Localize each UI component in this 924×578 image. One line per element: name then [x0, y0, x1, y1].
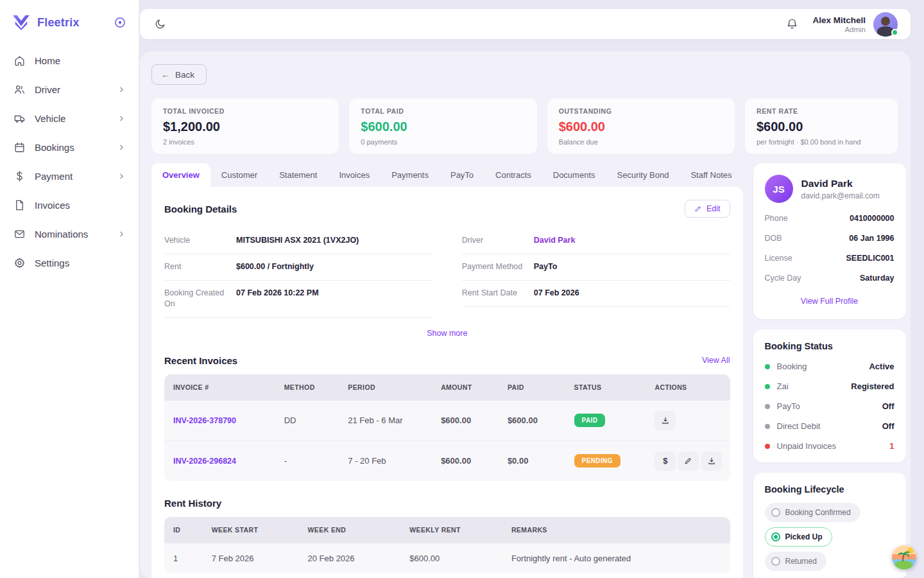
col-weekly-rent: WEEKLY RENT [402, 517, 504, 543]
bookings-icon [13, 141, 26, 153]
tab-payto[interactable]: PayTo [440, 163, 484, 187]
tab-customer[interactable]: Customer [210, 163, 268, 187]
detail-value: 07 Feb 2026 [534, 288, 579, 299]
detail-rent: Rent $600.00 / Fortnightly [164, 254, 432, 281]
booking-status-title: Booking Status [765, 341, 894, 351]
stat-label: TOTAL INVOICED [163, 107, 327, 115]
user-avatar[interactable] [873, 12, 898, 37]
stat-outstanding: OUTSTANDING $600.00 Balance due [547, 98, 735, 154]
recent-invoices-section: Recent Invoices View All INVOICE # METHO… [164, 355, 730, 481]
stage-picked-up[interactable]: Picked Up [765, 527, 832, 547]
tab-invoices[interactable]: Invoices [328, 163, 381, 187]
tab-statement[interactable]: Statement [268, 163, 328, 187]
sidebar-item-settings[interactable]: Settings [0, 249, 139, 276]
invoice-method: DD [277, 400, 341, 441]
dark-mode-toggle[interactable] [151, 15, 169, 33]
tab-staff-notes[interactable]: Staff Notes [680, 163, 742, 187]
tab-overview[interactable]: Overview [151, 163, 210, 187]
view-full-profile-link[interactable]: View Full Profile [801, 297, 858, 306]
kv-label: DOB [765, 234, 782, 243]
stat-sub: 2 invoices [163, 138, 327, 146]
sidebar-item-payment[interactable]: Payment [0, 162, 139, 189]
notifications-button[interactable] [783, 15, 801, 33]
stat-total-invoiced: TOTAL INVOICED $1,200.00 2 invoices [151, 98, 339, 154]
col-invoice: INVOICE # [164, 374, 277, 401]
user-role: Admin [812, 26, 866, 33]
content-card: ← Back TOTAL INVOICED $1,200.00 2 invoic… [140, 51, 911, 578]
edit-invoice-button[interactable] [678, 451, 699, 471]
download-invoice-button[interactable] [701, 451, 722, 471]
nominations-icon [13, 227, 26, 240]
show-more-link[interactable]: Show more [427, 329, 467, 338]
stage-returned[interactable]: Returned [765, 552, 826, 571]
tab-payments[interactable]: Payments [381, 163, 440, 187]
status-label: PayTo [777, 401, 882, 411]
status-row-unpaid-invoices: Unpaid Invoices 1 [765, 441, 894, 451]
sidebar-item-driver[interactable]: Driver [0, 76, 139, 103]
chevron-right-icon [117, 230, 126, 238]
tab-documents[interactable]: Documents [542, 163, 606, 187]
status-label: Booking [777, 362, 869, 371]
driver-link[interactable]: David Park [534, 235, 576, 246]
record-payment-button[interactable]: $ [654, 451, 676, 471]
col-method: METHOD [277, 374, 341, 401]
kv-value: Saturday [860, 274, 894, 283]
back-label: Back [175, 70, 194, 80]
invoice-number-link[interactable]: INV-2026-378790 [173, 416, 236, 425]
download-invoice-button[interactable] [654, 411, 676, 430]
gray-dot-icon [765, 404, 770, 409]
topbar: Alex Mitchell Admin [140, 9, 911, 39]
stage-label: Picked Up [785, 532, 823, 541]
stat-label: TOTAL PAID [361, 107, 525, 115]
detail-label: Booking Created On [164, 288, 236, 310]
kv-label: License [765, 254, 792, 263]
download-icon [707, 457, 716, 466]
stat-value: $1,200.00 [163, 119, 327, 134]
bell-icon [786, 18, 798, 30]
edit-booking-button[interactable]: Edit [685, 200, 730, 218]
chevron-right-icon [117, 85, 126, 94]
status-value: 1 [889, 441, 894, 451]
invoice-method: - [277, 441, 341, 481]
booking-details-title: Booking Details [164, 204, 237, 215]
status-row-direct-debit: Direct Debit Off [765, 421, 894, 431]
sidebar-item-vehicle[interactable]: Vehicle [0, 105, 139, 132]
status-value: Off [882, 401, 894, 411]
col-id: ID [164, 517, 204, 543]
radio-icon [771, 557, 780, 566]
status-badge: PAID [574, 414, 606, 427]
chevron-right-icon [117, 143, 126, 152]
driver-initials-avatar: JS [765, 175, 793, 203]
booking-lifecycle-title: Booking Lifecycle [765, 484, 894, 495]
settings-icon [13, 256, 26, 269]
kv-value: 0410000000 [850, 214, 894, 223]
sidebar-item-bookings[interactable]: Bookings [0, 134, 139, 161]
island-sticker-button[interactable] [892, 545, 916, 570]
driver-email: david.park@email.com [801, 191, 880, 200]
tab-security-bond[interactable]: Security Bond [606, 163, 680, 187]
stage-booking-confirmed[interactable]: Booking Confirmed [765, 503, 860, 522]
right-sidebar: JS David Park david.park@email.com Phone… [753, 163, 906, 578]
view-all-invoices-link[interactable]: View All [702, 356, 730, 365]
sidebar-item-home[interactable]: Home [0, 47, 139, 74]
sidebar: Fleetrix Home Driver Vehicle [0, 0, 139, 578]
table-header-row: INVOICE # METHOD PERIOD AMOUNT PAID STAT… [164, 374, 730, 401]
driver-name: David Park [801, 178, 880, 189]
kv-label: Phone [765, 214, 788, 223]
sidebar-collapse-icon[interactable] [113, 15, 127, 30]
sidebar-item-invoices[interactable]: Invoices [0, 191, 139, 218]
recent-invoices-title: Recent Invoices [164, 355, 237, 366]
recent-invoices-table: INVOICE # METHOD PERIOD AMOUNT PAID STAT… [164, 374, 730, 481]
detail-rent-start-date: Rent Start Date 07 Feb 2026 [462, 281, 730, 307]
tab-contracts[interactable]: Contracts [484, 163, 542, 187]
detail-value: MITSUBISHI ASX 2021 (1VX2JO) [236, 235, 359, 246]
invoice-number-link[interactable]: INV-2026-296824 [173, 457, 236, 466]
detail-label: Vehicle [164, 235, 236, 246]
user-meta: Alex Mitchell Admin [812, 15, 866, 33]
tab-bar: Overview Customer Statement Invoices Pay… [151, 163, 743, 187]
gray-dot-icon [765, 424, 770, 429]
back-button[interactable]: ← Back [151, 64, 207, 85]
sidebar-item-nominations[interactable]: Nominations [0, 220, 139, 247]
kv-value: 06 Jan 1996 [849, 234, 894, 243]
home-icon [13, 54, 26, 67]
